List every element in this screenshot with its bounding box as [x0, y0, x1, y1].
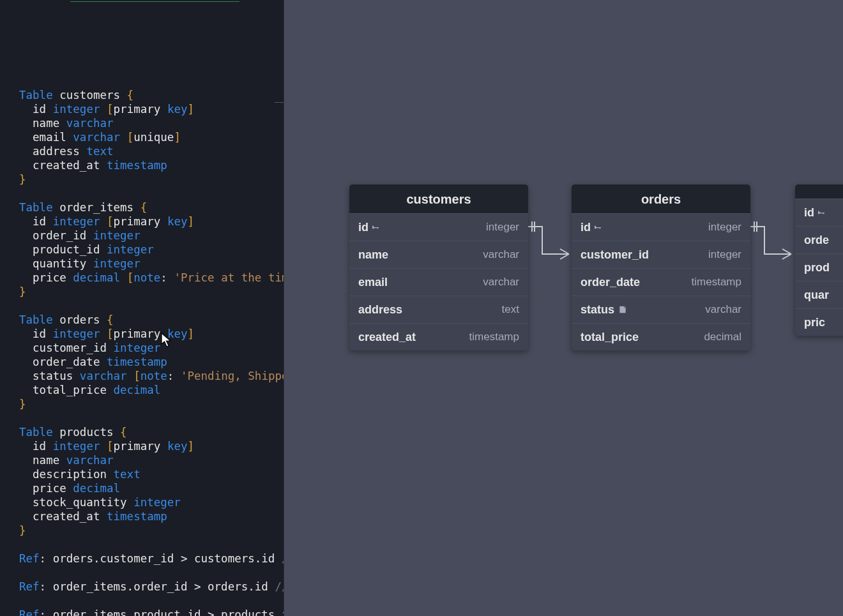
table-column-row[interactable]: total_price decimal: [572, 323, 750, 350]
column-name: created_at: [358, 331, 416, 344]
table-column-row[interactable]: quar: [795, 281, 843, 308]
column-name: email: [358, 276, 388, 289]
column-name: order_date: [581, 276, 640, 289]
column-type: timestamp: [469, 331, 519, 343]
table-column-row[interactable]: customer_id integer: [572, 241, 750, 268]
table-column-row[interactable]: created_at timestamp: [349, 323, 528, 350]
table-card-table2[interactable]: id orde prod quar pric: [795, 184, 843, 336]
column-type: varchar: [483, 276, 519, 289]
column-type: integer: [708, 221, 741, 234]
note-icon: [618, 305, 627, 314]
table-column-row[interactable]: status varchar: [572, 296, 750, 323]
table-header: [795, 184, 843, 199]
primary-key-icon: [595, 223, 604, 232]
table-card-orders[interactable]: orders id integer customer_id integer or…: [572, 184, 750, 350]
column-type: decimal: [704, 331, 741, 343]
tab-underline: [70, 1, 239, 2]
column-name: customer_id: [581, 248, 649, 262]
table-column-row[interactable]: pric: [795, 308, 843, 336]
column-name: id: [804, 206, 827, 220]
column-name: status: [581, 303, 627, 317]
table-column-row[interactable]: name varchar: [349, 241, 528, 268]
table-column-row[interactable]: email varchar: [349, 268, 528, 296]
column-name: orde: [804, 234, 829, 247]
table-column-row[interactable]: id integer: [572, 213, 750, 241]
column-type: integer: [708, 248, 741, 261]
table-column-row[interactable]: id integer: [349, 213, 528, 241]
code-content[interactable]: Table customers { id integer [primary ke…: [19, 88, 284, 616]
table-header: orders: [572, 184, 750, 213]
diagram-canvas[interactable]: customers id integer name varchar email …: [284, 0, 843, 616]
relation-orders-next: [750, 223, 801, 262]
table-column-row[interactable]: prod: [795, 253, 843, 281]
table-column-row[interactable]: address text: [349, 296, 528, 323]
column-name: id: [581, 221, 604, 234]
column-type: integer: [486, 221, 519, 234]
editor-caret-marker: [275, 102, 284, 103]
column-name: quar: [804, 289, 829, 302]
code-editor[interactable]: Table customers { id integer [primary ke…: [0, 0, 284, 616]
table-card-customers[interactable]: customers id integer name varchar email …: [349, 184, 528, 350]
column-name: address: [358, 303, 402, 317]
column-type: varchar: [483, 248, 519, 261]
column-name: prod: [804, 261, 830, 274]
column-name: name: [358, 248, 388, 262]
table-column-row[interactable]: order_date timestamp: [572, 268, 750, 296]
column-name: id: [358, 221, 381, 234]
table-column-row[interactable]: id: [795, 199, 843, 226]
column-name: total_price: [581, 331, 639, 344]
column-type: text: [502, 303, 519, 316]
primary-key-icon: [818, 208, 827, 217]
column-name: pric: [804, 316, 825, 329]
primary-key-icon: [372, 223, 381, 232]
column-type: timestamp: [692, 276, 741, 289]
column-type: varchar: [705, 303, 741, 316]
table-header: customers: [349, 184, 528, 213]
table-column-row[interactable]: orde: [795, 226, 843, 253]
